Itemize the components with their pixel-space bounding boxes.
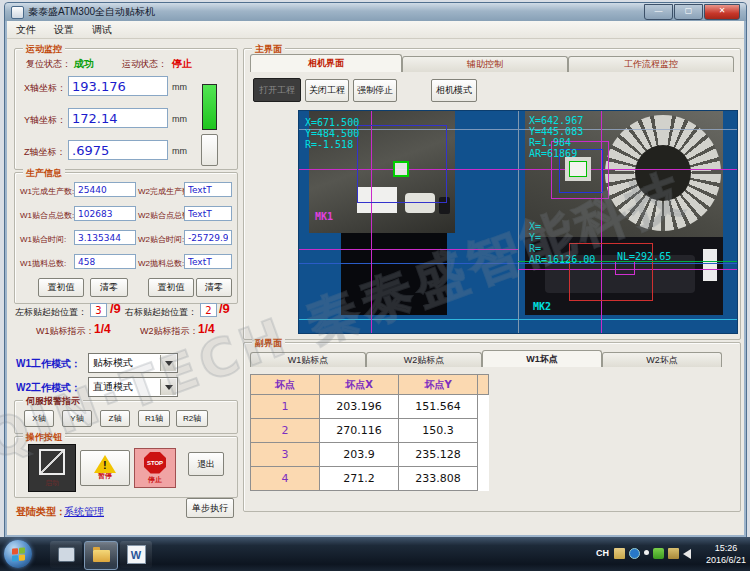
cell-y-1: 151.564 — [399, 395, 478, 419]
cam3-overlay: X=Y=R=AR=16126.00 — [529, 221, 595, 265]
w2-time-label: W2贴合时间: — [138, 234, 184, 245]
w1-time-input[interactable] — [74, 230, 136, 245]
exit-button[interactable]: 退出 — [188, 452, 224, 476]
cell-x-2: 270.116 — [320, 419, 399, 443]
w2-points-input[interactable] — [184, 206, 232, 221]
tray-network-icon[interactable] — [668, 548, 679, 559]
w2-produced-input[interactable] — [184, 182, 232, 197]
vertical-slider-button[interactable] — [201, 134, 218, 166]
taskbar-clock[interactable]: 15:26 2016/6/21 — [706, 542, 746, 566]
tab-w2-bad-points[interactable]: W2坏点 — [602, 352, 722, 367]
tab-w2-label-points[interactable]: W2贴标点 — [366, 352, 482, 367]
tab-camera[interactable]: 相机界面 — [250, 54, 402, 72]
cam2-nl-label: NL=292.65 — [617, 251, 671, 262]
tray-language-indicator[interactable]: CH — [596, 548, 609, 558]
w1-points-input[interactable] — [74, 206, 136, 221]
tray-dot-icon[interactable] — [644, 550, 649, 555]
table-row: 4 271.2 233.808 — [251, 467, 489, 491]
word-icon: W — [127, 545, 146, 564]
title-bar[interactable]: 秦泰盛ATM300全自动贴标机 — ▢ ✕ — [5, 3, 746, 21]
w2-time-input[interactable] — [184, 230, 232, 245]
chevron-down-icon[interactable] — [160, 379, 176, 395]
open-project-button[interactable]: 打开工程 — [253, 78, 301, 102]
window-title: 秦泰盛ATM300全自动贴标机 — [28, 5, 155, 19]
maximize-button[interactable]: ▢ — [674, 4, 703, 20]
right-start-pos-input[interactable] — [200, 303, 217, 317]
start-button-orb[interactable] — [4, 540, 32, 568]
axis-y-unit: mm — [172, 114, 187, 124]
axis-z-unit: mm — [172, 146, 187, 156]
tab-aux-control[interactable]: 辅助控制 — [402, 56, 568, 72]
cell-y-4: 233.808 — [399, 467, 478, 491]
w1-mode-select[interactable]: 贴标模式 — [88, 353, 178, 373]
axis-z-label: Z轴坐标： — [24, 146, 66, 159]
w1-produced-input[interactable] — [74, 182, 136, 197]
window-controls: — ▢ ✕ — [644, 4, 740, 20]
w1-clear-button[interactable]: 清零 — [90, 278, 128, 297]
servo-y-button[interactable]: Y轴 — [62, 410, 92, 427]
w2-reject-input[interactable] — [184, 254, 232, 269]
camera-mode-button[interactable]: 相机模式 — [431, 79, 477, 102]
w2-indicator-label: W2贴标指示： — [140, 325, 199, 338]
taskbar-app-icon[interactable] — [50, 541, 82, 568]
roi-box-magenta-small — [615, 261, 635, 275]
stop-button[interactable]: STOP 停止 — [134, 448, 176, 488]
speaker-icon[interactable] — [683, 549, 691, 559]
start-button-label: 启动 — [45, 478, 59, 488]
start-icon — [39, 449, 65, 475]
pause-button[interactable]: ! 暂停 — [80, 450, 130, 486]
run-status-value: 停止 — [172, 57, 192, 71]
desktop: 秦泰盛ATM300全自动贴标机 — ▢ ✕ 文件 设置 调试 运动监控 复位状态… — [0, 0, 750, 571]
tray-update-icon[interactable] — [653, 548, 664, 559]
clock-time: 15:26 — [706, 542, 746, 554]
tab-w1-label-points[interactable]: W1贴标点 — [250, 352, 366, 367]
menu-debug[interactable]: 调试 — [83, 23, 121, 37]
single-step-button[interactable]: 单步执行 — [186, 498, 234, 518]
servo-r2-button[interactable]: R2轴 — [176, 410, 208, 427]
w2-indicator-value: 1/4 — [198, 322, 215, 336]
axis-y-label: Y轴坐标： — [24, 114, 66, 127]
w1-mode-value: 贴标模式 — [93, 356, 133, 370]
tray-folder-icon[interactable] — [614, 548, 625, 559]
camera-divider — [518, 111, 519, 333]
chevron-down-icon[interactable] — [160, 355, 176, 371]
taskbar-word-icon[interactable]: W — [120, 541, 152, 568]
reset-status-label: 复位状态： — [26, 58, 71, 71]
axis-x-input[interactable] — [68, 76, 168, 96]
stop-button-label: 停止 — [148, 475, 162, 485]
start-button[interactable]: 启动 — [28, 444, 76, 492]
left-start-pos-total: /9 — [110, 301, 121, 316]
tab-w1-bad-points[interactable]: W1坏点 — [482, 350, 602, 367]
servo-x-button[interactable]: X轴 — [24, 410, 54, 427]
close-project-button[interactable]: 关闭工程 — [305, 79, 349, 102]
table-row: 1 203.196 151.564 — [251, 395, 489, 419]
tab-workflow[interactable]: 工作流程监控 — [568, 56, 734, 72]
taskbar-explorer-icon[interactable] — [84, 541, 118, 570]
servo-z-button[interactable]: Z轴 — [100, 410, 130, 427]
motion-group-title: 运动监控 — [23, 44, 65, 54]
w1-reject-input[interactable] — [74, 254, 136, 269]
camera1-lower-photo — [341, 233, 447, 315]
left-start-pos-input[interactable] — [90, 303, 107, 317]
menu-bar: 文件 设置 调试 — [7, 21, 744, 39]
w2-mode-label: W2工作模式： — [16, 381, 81, 395]
cell-point-3: 3 — [251, 443, 320, 467]
close-button[interactable]: ✕ — [704, 4, 740, 20]
login-type-value[interactable]: 系统管理 — [64, 505, 104, 519]
w2-reject-label: W2抛料总数: — [138, 258, 184, 269]
operations-group-title: 操作按钮 — [23, 432, 65, 442]
w2-mode-value: 直通模式 — [93, 380, 133, 394]
table-row: 3 203.9 235.128 — [251, 443, 489, 467]
w2-clear-button[interactable]: 清零 — [196, 278, 232, 297]
axis-z-input[interactable] — [68, 140, 168, 160]
w2-mode-select[interactable]: 直通模式 — [88, 377, 178, 397]
menu-settings[interactable]: 设置 — [45, 23, 83, 37]
w2-reset-button[interactable]: 置初值 — [148, 278, 194, 297]
menu-file[interactable]: 文件 — [7, 23, 45, 37]
force-stop-button[interactable]: 强制停止 — [353, 79, 397, 102]
minimize-button[interactable]: — — [644, 4, 673, 20]
w1-reset-button[interactable]: 置初值 — [38, 278, 84, 297]
tray-info-icon[interactable] — [629, 548, 640, 559]
axis-y-input[interactable] — [68, 108, 168, 128]
servo-r1-button[interactable]: R1轴 — [138, 410, 170, 427]
